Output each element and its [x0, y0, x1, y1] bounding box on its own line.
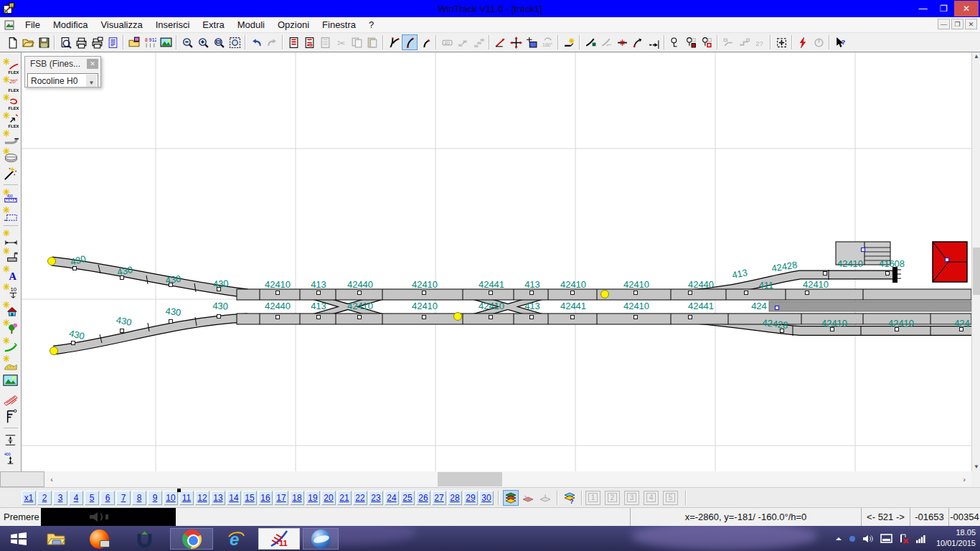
- page-button-10[interactable]: 10: [164, 491, 178, 505]
- combobox-dropdown-icon[interactable]: ▼: [86, 75, 97, 88]
- page-button-8[interactable]: 8: [132, 491, 146, 505]
- track-layout[interactable]: [52, 261, 971, 350]
- layer-box-button-3[interactable]: 3: [624, 491, 639, 505]
- screenshot-app-button[interactable]: [86, 528, 112, 550]
- page-button-11[interactable]: 11: [179, 491, 194, 505]
- layer-single-button[interactable]: [520, 490, 536, 506]
- main-track-lower[interactable]: [237, 314, 971, 324]
- print-pages-button[interactable]: [89, 34, 105, 50]
- menu-item-inserisci[interactable]: Inserisci: [149, 18, 197, 32]
- page-button-21[interactable]: 21: [337, 491, 352, 505]
- page-button-3[interactable]: 3: [53, 491, 67, 505]
- sidebar-tool-turntable[interactable]: [1, 146, 20, 164]
- track-bumper[interactable]: [892, 267, 897, 283]
- track-endpoint-dot[interactable]: [48, 258, 56, 265]
- sidebar-tool-measure-width[interactable]: [1, 228, 20, 246]
- sidebar-tool-dimensioning[interactable]: 10: [1, 282, 20, 300]
- horizontal-scroll-thumb[interactable]: [438, 472, 502, 486]
- remove-device-icon[interactable]: [899, 534, 910, 544]
- curve-tool-button[interactable]: [402, 34, 418, 50]
- undo-button[interactable]: [248, 34, 264, 50]
- sidebar-tool-signal-mast[interactable]: [1, 408, 20, 425]
- signal-red-outline-button[interactable]: [699, 34, 715, 50]
- sidebar-tool-text-label[interactable]: A: [1, 264, 20, 282]
- start-button[interactable]: [6, 528, 32, 550]
- sidebar-tool-track-end-piece[interactable]: [1, 128, 20, 146]
- move-part-group-button[interactable]: [471, 34, 486, 50]
- network-signal-icon[interactable]: [916, 534, 927, 543]
- redo-button[interactable]: [264, 34, 280, 50]
- context-help-button[interactable]: ?: [832, 34, 848, 50]
- menu-item-modifica[interactable]: Modifica: [47, 18, 94, 32]
- group-tool-2-button[interactable]: [736, 34, 752, 50]
- sidebar-tool-baseboard-plate[interactable]: [1, 205, 20, 223]
- sidebar-tool-tree[interactable]: [1, 318, 20, 336]
- fsb-close-button[interactable]: ✕: [87, 59, 98, 69]
- close-button[interactable]: ✕: [954, 1, 979, 17]
- page-button-7[interactable]: 7: [116, 491, 131, 505]
- track-plan-canvas[interactable]: 4304304304304241041342440424104244141342…: [22, 52, 971, 471]
- connect-new-track-button[interactable]: [561, 34, 577, 50]
- taskbar-clock[interactable]: 18.05 10/01/2015: [936, 527, 976, 549]
- sidebar-tool-platform[interactable]: [1, 246, 20, 264]
- group-tool-1-button[interactable]: [720, 34, 736, 50]
- export-image-button[interactable]: [126, 34, 142, 50]
- sidebar-tool-height-ruler[interactable]: 400: [1, 448, 20, 466]
- google-earth-button[interactable]: [303, 528, 339, 550]
- tray-app-icon[interactable]: [849, 535, 856, 542]
- group-tool-3-button[interactable]: 2?: [752, 34, 768, 50]
- utility-app-button[interactable]: [131, 528, 157, 550]
- chrome-button[interactable]: [170, 528, 213, 550]
- restore-button[interactable]: ❐: [933, 1, 954, 17]
- layer-box-button-2[interactable]: 2: [605, 491, 620, 505]
- page-button-26[interactable]: 26: [416, 491, 430, 505]
- page-button-30[interactable]: 30: [479, 491, 494, 505]
- show-hidden-icons-arrow[interactable]: [835, 535, 842, 542]
- mdi-close-button[interactable]: ✕: [965, 19, 977, 29]
- sidebar-tool-magic-tool[interactable]: [1, 164, 20, 182]
- layer-flat-button[interactable]: [537, 490, 553, 506]
- page-button-13[interactable]: 13: [211, 491, 225, 505]
- page-button-14[interactable]: 14: [227, 491, 241, 505]
- red-structure[interactable]: [933, 242, 967, 282]
- display-icon[interactable]: [880, 534, 892, 543]
- sidebar-tool-house[interactable]: [1, 300, 20, 318]
- curve-direction-button[interactable]: [630, 34, 646, 50]
- parts-list-button[interactable]: [105, 34, 121, 50]
- sidebar-tool-flex-track[interactable]: FLEX: [1, 57, 20, 75]
- page-button-28[interactable]: 28: [448, 491, 462, 505]
- page-button-2[interactable]: 2: [37, 491, 52, 505]
- menu-item-finestra[interactable]: Finestra: [316, 18, 362, 32]
- vertical-scrollbar[interactable]: ▲ ▼: [971, 52, 980, 471]
- new-document-button[interactable]: [4, 34, 20, 50]
- page-button-16[interactable]: 16: [258, 491, 273, 505]
- page-button-12[interactable]: 12: [195, 491, 209, 505]
- page-button-25[interactable]: 25: [400, 491, 415, 505]
- open-file-button[interactable]: [20, 34, 36, 50]
- page-button-15[interactable]: 15: [242, 491, 257, 505]
- scroll-right-arrow[interactable]: ›: [957, 471, 971, 487]
- wintrack-button[interactable]: 11: [258, 528, 300, 550]
- rotate-by-angle-button[interactable]: [492, 34, 508, 50]
- layer-box-button-4[interactable]: 4: [644, 491, 659, 505]
- sidebar-tool-picture[interactable]: [1, 372, 20, 390]
- internet-explorer-button[interactable]: e: [223, 528, 249, 550]
- selection-handle[interactable]: [776, 306, 779, 310]
- split-track-button[interactable]: [583, 34, 598, 50]
- menu-item-file[interactable]: File: [19, 18, 47, 32]
- save-file-button[interactable]: [36, 34, 52, 50]
- selected-flex-track[interactable]: [769, 301, 971, 311]
- track-endpoint-dot[interactable]: [50, 347, 58, 355]
- power-circle-button[interactable]: [811, 34, 826, 50]
- part-numbering-button[interactable]: 8912: [142, 34, 158, 50]
- mdi-minimize-button[interactable]: —: [938, 19, 950, 29]
- page-button-22[interactable]: 22: [353, 491, 367, 505]
- properties-button[interactable]: ED: [439, 34, 455, 50]
- sidebar-tool-flex-track-curve[interactable]: FLEX: [1, 93, 20, 110]
- direction-arrow-button[interactable]: [646, 34, 661, 50]
- menu-item-opzioni[interactable]: Opzioni: [271, 18, 316, 32]
- cut-button[interactable]: ✂: [333, 34, 349, 50]
- menu-item-visualizza[interactable]: Visualizza: [94, 18, 149, 32]
- move-part-button[interactable]: [455, 34, 471, 50]
- paste-button[interactable]: [364, 34, 380, 50]
